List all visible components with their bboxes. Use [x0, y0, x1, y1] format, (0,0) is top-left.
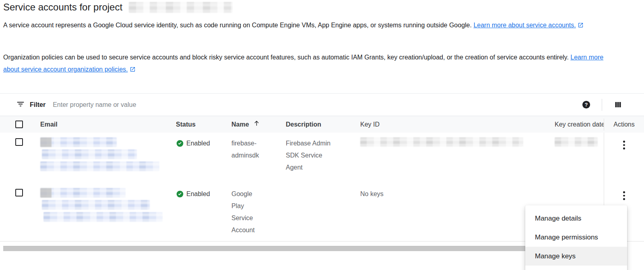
menu-item-manage-details[interactable]: Manage details	[525, 209, 627, 228]
help-circle-icon[interactable]: ?	[579, 98, 593, 112]
learn-more-service-accounts-link[interactable]: Learn more about service accounts.	[473, 22, 583, 29]
page-title: Service accounts for project	[3, 2, 233, 13]
header-cell-email[interactable]: Email	[32, 119, 171, 131]
redacted-key-id	[360, 137, 523, 147]
column-display-icon[interactable]	[611, 98, 625, 112]
row-cell-name: Google Play Service Account	[223, 183, 282, 241]
header-cell-status[interactable]: Status	[171, 119, 223, 131]
status-text: Enabled	[186, 188, 210, 200]
row-cell-email	[32, 183, 171, 241]
redacted-email-line	[43, 212, 163, 222]
filter-label: Filter	[30, 101, 45, 108]
intro-text: A service account represents a Google Cl…	[3, 22, 472, 29]
filter-toolbar: Filter ?	[0, 93, 644, 116]
menu-item-manage-keys[interactable]: Manage keys	[525, 247, 627, 266]
status-text: Enabled	[186, 137, 210, 149]
select-all-checkbox[interactable]	[15, 121, 23, 128]
header-cell-key-id[interactable]: Key ID	[354, 119, 539, 131]
no-keys-text: No keys	[360, 190, 384, 197]
org-policies-text: Organization policies can be used to sec…	[3, 54, 569, 61]
enabled-check-icon	[176, 190, 184, 198]
horizontal-scrollbar[interactable]	[3, 246, 526, 251]
row-cell-name: firebase-adminsdk	[223, 133, 282, 183]
org-policies-paragraph: Organization policies can be used to sec…	[3, 51, 620, 76]
table-row: Enabled firebase-adminsdk Firebase Admin…	[0, 133, 644, 183]
row-cell-status: Enabled	[171, 133, 223, 183]
redacted-email-line	[42, 200, 150, 210]
row-cell-select	[0, 133, 32, 183]
row-cell-key-id: No keys	[354, 183, 539, 241]
redacted-email-line	[42, 149, 137, 159]
filter-list-icon	[16, 100, 25, 110]
row-cell-key-id	[354, 133, 539, 183]
row-cell-actions	[604, 133, 644, 183]
table-header-row: Email Status Name Description Key ID Key…	[0, 116, 644, 133]
header-cell-key-creation-date[interactable]: Key creation date	[539, 119, 604, 131]
filter-input[interactable]	[53, 101, 415, 108]
redacted-email-line	[40, 188, 126, 198]
sort-ascending-icon[interactable]	[253, 119, 260, 131]
menu-item-manage-permissions[interactable]: Manage permissions	[525, 228, 627, 247]
row-cell-select	[0, 183, 32, 241]
row-checkbox[interactable]	[15, 138, 23, 146]
row-actions-kebab-icon[interactable]	[619, 137, 629, 183]
redacted-key-creation-date	[555, 137, 598, 147]
header-cell-actions: Actions	[604, 119, 644, 131]
intro-paragraph: A service account represents a Google Cl…	[3, 19, 620, 32]
row-cell-email	[32, 133, 171, 183]
header-cell-description[interactable]: Description	[282, 119, 354, 131]
actions-context-menu: Manage details Manage permissions Manage…	[525, 205, 627, 270]
redacted-project-name	[129, 2, 233, 13]
service-accounts-page: Service accounts for project A service a…	[0, 0, 644, 270]
toolbar-right: ?	[579, 98, 644, 112]
row-cell-status: Enabled	[171, 183, 223, 241]
filter-group: Filter	[0, 100, 415, 110]
enabled-check-icon	[176, 139, 184, 147]
row-cell-description: Firebase Admin SDK Service Agent	[282, 133, 354, 183]
open-in-new-icon	[130, 64, 136, 76]
open-in-new-icon	[578, 20, 584, 32]
page-title-text: Service accounts for project	[3, 2, 122, 13]
header-cell-name[interactable]: Name	[223, 119, 282, 131]
toolbar-divider	[602, 99, 602, 111]
row-cell-key-creation-date	[539, 133, 604, 183]
header-cell-select	[0, 116, 32, 133]
row-checkbox[interactable]	[15, 189, 23, 196]
redacted-email-line	[40, 137, 117, 147]
redacted-email-line	[40, 162, 159, 171]
svg-text:?: ?	[584, 102, 588, 108]
row-cell-description	[282, 183, 354, 241]
